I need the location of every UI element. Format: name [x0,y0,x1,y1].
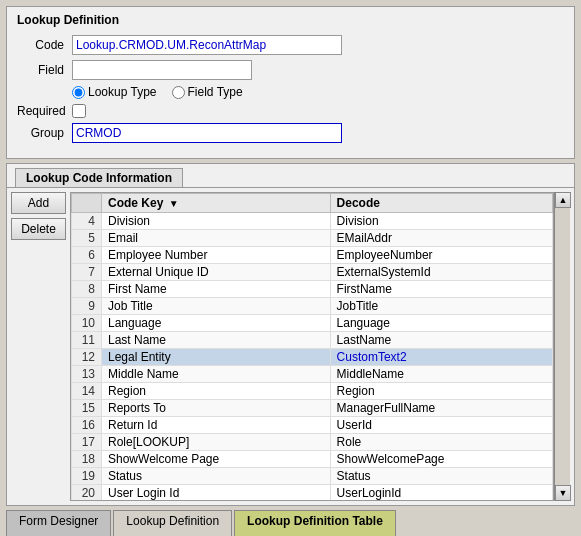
code-row: Code [17,35,564,55]
cell-code-key: Role[LOOKUP] [102,434,331,451]
table-body: 4DivisionDivision5EmailEMailAddr6Employe… [72,213,553,501]
cell-num: 19 [72,468,102,485]
code-info-tab[interactable]: Lookup Code Information [15,168,183,187]
bottom-tabs: Form DesignerLookup DefinitionLookup Def… [0,508,581,536]
table-row[interactable]: 10LanguageLanguage [72,315,553,332]
code-label: Code [17,38,72,52]
data-table: Code Key ▼ Decode 4DivisionDivision5Emai… [71,193,553,500]
scroll-thumb[interactable] [555,208,570,485]
tab-form-designer[interactable]: Form Designer [6,510,111,536]
radio-group: Lookup Type Field Type [72,85,243,99]
table-row[interactable]: 7External Unique IDExternalSystemId [72,264,553,281]
add-button[interactable]: Add [11,192,66,214]
cell-decode: EMailAddr [330,230,552,247]
table-row[interactable]: 11Last NameLastName [72,332,553,349]
col-code-key-header: Code Key ▼ [102,194,331,213]
panel-title: Lookup Definition [17,13,564,27]
cell-decode: Language [330,315,552,332]
cell-code-key: Middle Name [102,366,331,383]
cell-decode: UserLoginId [330,485,552,501]
cell-num: 7 [72,264,102,281]
action-buttons: Add Delete [11,192,66,501]
cell-num: 4 [72,213,102,230]
cell-num: 18 [72,451,102,468]
table-row[interactable]: 4DivisionDivision [72,213,553,230]
table-row[interactable]: 16Return IdUserId [72,417,553,434]
cell-code-key: Reports To [102,400,331,417]
cell-num: 12 [72,349,102,366]
group-input[interactable] [72,123,342,143]
cell-num: 15 [72,400,102,417]
table-row[interactable]: 18ShowWelcome PageShowWelcomePage [72,451,553,468]
cell-decode: UserId [330,417,552,434]
cell-num: 13 [72,366,102,383]
cell-num: 14 [72,383,102,400]
table-scroll-area[interactable]: Code Key ▼ Decode 4DivisionDivision5Emai… [71,193,553,500]
scroll-up-arrow[interactable]: ▲ [555,192,571,208]
cell-decode: JobTitle [330,298,552,315]
table-row[interactable]: 13Middle NameMiddleName [72,366,553,383]
cell-num: 10 [72,315,102,332]
table-row[interactable]: 19StatusStatus [72,468,553,485]
table-row[interactable]: 8First NameFirstName [72,281,553,298]
lookup-type-radio-item: Lookup Type [72,85,157,99]
cell-code-key: ShowWelcome Page [102,451,331,468]
cell-decode: ManagerFullName [330,400,552,417]
required-checkbox-item [72,104,86,118]
cell-decode: Role [330,434,552,451]
table-wrapper: Code Key ▼ Decode 4DivisionDivision5Emai… [70,192,554,501]
table-row[interactable]: 14RegionRegion [72,383,553,400]
col-decode-header: Decode [330,194,552,213]
lookup-type-label: Lookup Type [88,85,157,99]
tab-lookup-definition-table[interactable]: Lookup Definition Table [234,510,396,536]
required-checkbox[interactable] [72,104,86,118]
required-label: Required [17,104,72,118]
cell-num: 9 [72,298,102,315]
table-row[interactable]: 15Reports ToManagerFullName [72,400,553,417]
radio-row: Lookup Type Field Type [17,85,564,99]
required-row: Required [17,104,564,118]
cell-code-key: Region [102,383,331,400]
cell-decode: MiddleName [330,366,552,383]
table-row[interactable]: 5EmailEMailAddr [72,230,553,247]
cell-decode: Division [330,213,552,230]
tab-lookup-definition[interactable]: Lookup Definition [113,510,232,536]
lookup-type-radio[interactable] [72,86,85,99]
cell-num: 6 [72,247,102,264]
table-row[interactable]: 20User Login IdUserLoginId [72,485,553,501]
cell-code-key: User Login Id [102,485,331,501]
code-input[interactable] [72,35,342,55]
cell-code-key: Employee Number [102,247,331,264]
cell-decode: FirstName [330,281,552,298]
cell-decode: ExternalSystemId [330,264,552,281]
cell-code-key: External Unique ID [102,264,331,281]
field-input[interactable] [72,60,252,80]
field-row: Field [17,60,564,80]
cell-num: 8 [72,281,102,298]
cell-code-key: Return Id [102,417,331,434]
cell-num: 16 [72,417,102,434]
table-row[interactable]: 17Role[LOOKUP]Role [72,434,553,451]
table-row[interactable]: 6Employee NumberEmployeeNumber [72,247,553,264]
cell-num: 17 [72,434,102,451]
cell-decode: CustomText2 [330,349,552,366]
cell-code-key: Job Title [102,298,331,315]
cell-num: 5 [72,230,102,247]
group-row: Group [17,123,564,143]
field-type-label: Field Type [188,85,243,99]
cell-code-key: Division [102,213,331,230]
table-row[interactable]: 12Legal EntityCustomText2 [72,349,553,366]
cell-code-key: Last Name [102,332,331,349]
sort-icon: ▼ [169,198,179,209]
table-row[interactable]: 9Job TitleJobTitle [72,298,553,315]
scroll-down-arrow[interactable]: ▼ [555,485,571,501]
table-section: Add Delete Code Key ▼ [7,188,574,505]
field-type-radio[interactable] [172,86,185,99]
lookup-definition-panel: Lookup Definition Code Field Lookup Type… [6,6,575,159]
cell-num: 20 [72,485,102,501]
field-label: Field [17,63,72,77]
delete-button[interactable]: Delete [11,218,66,240]
group-label: Group [17,126,72,140]
cell-code-key: Status [102,468,331,485]
cell-code-key: First Name [102,281,331,298]
